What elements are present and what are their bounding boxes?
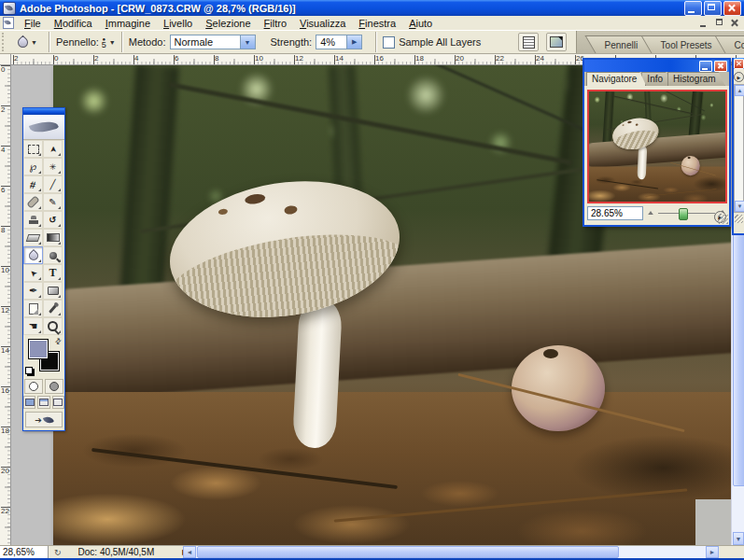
tool-notes[interactable]: [23, 300, 43, 317]
tool-clone-stamp[interactable]: [23, 211, 43, 229]
file-browser-button[interactable]: [546, 33, 567, 51]
ruler-number: 14: [335, 54, 344, 63]
menu-modifica[interactable]: Modifica: [48, 17, 99, 30]
standard-screen-button[interactable]: [23, 396, 35, 409]
tool-lasso[interactable]: ℘: [23, 158, 43, 175]
scroll-right-icon[interactable]: ►: [706, 546, 719, 558]
tool-magic-wand[interactable]: ✳: [43, 158, 63, 175]
tool-crop[interactable]: #: [23, 175, 43, 193]
zoom-slider-thumb[interactable]: [679, 208, 688, 220]
jump-to-imageready-button[interactable]: ➔: [25, 412, 63, 427]
tool-preset-picker[interactable]: ▼: [12, 37, 43, 48]
ruler-corner: [0, 54, 11, 65]
sample-all-layers-checkbox[interactable]: [383, 36, 395, 49]
tool-blur[interactable]: [23, 246, 43, 264]
zoom-out-icon[interactable]: [648, 211, 653, 215]
scroll-up-icon[interactable]: ▲: [735, 85, 744, 96]
chevron-down-icon[interactable]: ▼: [109, 39, 116, 46]
scroll-down-icon[interactable]: ▼: [733, 532, 744, 545]
strip-palette-scrollbar[interactable]: ▲ ▼: [734, 84, 744, 213]
palette-resize-grip[interactable]: [718, 214, 728, 224]
menu-bar: FileModificaImmagineLivelloSelezioneFilt…: [0, 16, 744, 31]
menu-file[interactable]: File: [18, 17, 48, 30]
quick-mask-button[interactable]: [45, 379, 63, 394]
palette-close-button[interactable]: [714, 61, 727, 72]
tool-rectangular-marquee[interactable]: [23, 140, 43, 158]
horizontal-scrollbar[interactable]: ◄ ►: [183, 546, 719, 558]
strength-label: Strength:: [271, 36, 313, 48]
tool-move[interactable]: ➤: [43, 140, 63, 158]
menu-visualizza[interactable]: Visualizza: [293, 17, 352, 30]
tool-hand[interactable]: ☚: [23, 317, 43, 335]
navigator-thumbnail[interactable]: [587, 90, 727, 203]
dropdown-arrow-icon[interactable]: ▼: [241, 35, 256, 49]
doc-size-readout: Doc: 40,5M/40,5M: [78, 547, 155, 557]
minimize-button[interactable]: [684, 1, 702, 16]
tool-path-selection[interactable]: ➤: [23, 264, 43, 282]
tool-eyedropper[interactable]: [43, 300, 63, 317]
status-zoom-field[interactable]: 28,65%: [0, 546, 49, 558]
tool-dodge[interactable]: [43, 246, 63, 264]
photo-cap-debris: [622, 124, 624, 126]
navigator-zoom-slider[interactable]: [658, 208, 715, 218]
strip-palette-close-button[interactable]: [734, 59, 744, 69]
ruler-number: 18: [1, 427, 9, 435]
tool-eraser[interactable]: [23, 229, 43, 246]
fullscreen-menubar-button[interactable]: [37, 396, 49, 409]
menu-livello[interactable]: Livello: [157, 17, 199, 30]
toggle-palette-button[interactable]: [518, 33, 539, 51]
ruler-number: 4: [1, 147, 9, 154]
scroll-left-icon[interactable]: ◄: [183, 546, 196, 558]
tool-zoom[interactable]: [43, 317, 63, 335]
mode-select[interactable]: Normale ▼: [170, 35, 256, 49]
tool-shape[interactable]: [43, 282, 63, 300]
default-colors-icon[interactable]: [25, 367, 35, 376]
slider-popup-arrow-icon[interactable]: ▶: [347, 35, 362, 49]
swap-colors-icon[interactable]: ⇄: [53, 336, 63, 346]
palette-minimize-button[interactable]: [699, 61, 712, 72]
doc-close-button[interactable]: [728, 18, 740, 28]
options-grip[interactable]: [2, 33, 10, 51]
fullscreen-button[interactable]: [52, 396, 64, 409]
tool-gradient[interactable]: [43, 229, 63, 246]
title-bar[interactable]: Adobe Photoshop - [CRW_0873.CRW @ 28,7% …: [0, 0, 744, 16]
horizontal-scrollbar-thumb[interactable]: [197, 546, 619, 558]
strength-value: 4%: [316, 35, 347, 49]
doc-minimize-button[interactable]: [698, 18, 710, 28]
toolbox-title-bar[interactable]: [23, 108, 64, 115]
standard-mode-button[interactable]: [24, 379, 43, 394]
brush-preset-picker[interactable]: ● 5: [102, 36, 106, 48]
photo-cap-debris: [627, 120, 632, 123]
tab-navigatore[interactable]: Navigatore: [586, 72, 646, 86]
foreground-color-swatch[interactable]: [28, 339, 49, 359]
tool-slice[interactable]: ╱: [43, 175, 63, 193]
strip-palette-title-bar[interactable]: [734, 58, 744, 69]
tab-histogram[interactable]: Histogram: [667, 72, 725, 86]
tool-history-brush[interactable]: ↺: [43, 211, 63, 229]
navigator-zoom-field[interactable]: 28.65%: [587, 206, 643, 220]
menu-selezione[interactable]: Selezione: [199, 17, 257, 30]
color-swatches: ⇄: [23, 335, 64, 378]
strength-field[interactable]: 4% ▶: [316, 35, 362, 49]
strip-palette-menu-icon[interactable]: ▶: [734, 72, 744, 82]
fullscreen-icon: [53, 399, 63, 406]
menu-finestra[interactable]: Finestra: [352, 17, 402, 30]
photo-small-mushroom: [512, 345, 605, 431]
restore-button[interactable]: [704, 1, 722, 16]
scroll-down-icon[interactable]: ▼: [735, 201, 744, 212]
menu-aiuto[interactable]: Aiuto: [402, 17, 439, 30]
tool-healing-brush[interactable]: [23, 193, 43, 211]
navigator-view-box[interactable]: [589, 91, 727, 203]
tool-brush[interactable]: ✎: [43, 193, 63, 211]
doc-restore-button[interactable]: [713, 18, 725, 28]
close-button[interactable]: [723, 1, 741, 16]
toolbox: ➤℘✳#╱✎↺➤T✒☚ ⇄ ➔: [22, 107, 65, 431]
navigator-title-bar[interactable]: [584, 60, 729, 72]
photo-cap-debris: [218, 208, 228, 215]
vertical-ruler[interactable]: 0246810121416182022: [0, 65, 11, 545]
menu-filtro[interactable]: Filtro: [258, 17, 293, 30]
strip-palette-resize-grip[interactable]: [735, 215, 743, 223]
tool-type[interactable]: T: [43, 264, 63, 282]
tool-pen[interactable]: ✒: [23, 282, 43, 300]
menu-immagine[interactable]: Immagine: [99, 17, 157, 30]
